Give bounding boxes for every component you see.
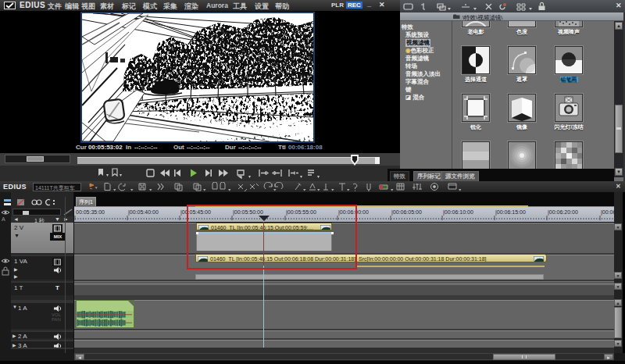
- svg-text:|00:06:10:00: |00:06:10:00: [443, 209, 473, 216]
- svg-text:|00:05:40:00: |00:05:40:00: [128, 209, 159, 216]
- svg-text:|00:06:20:00: |00:06:20:00: [548, 209, 578, 216]
- svg-text:|00:06:15:00: |00:06:15:00: [495, 209, 526, 216]
- svg-text:00:05:35:00: 00:05:35:00: [76, 209, 105, 215]
- svg-text:|00:06:05:00: |00:06:05:00: [391, 209, 422, 216]
- svg-text:|00:06: |00:06: [601, 209, 614, 216]
